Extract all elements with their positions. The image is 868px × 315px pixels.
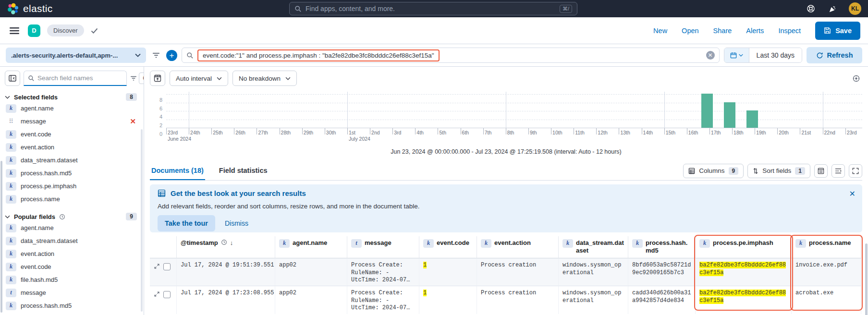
field-search-input[interactable] — [37, 74, 122, 82]
histogram-bar[interactable] — [701, 94, 713, 128]
menu-button[interactable] — [8, 25, 21, 36]
column-header-controls[interactable] — [150, 236, 177, 258]
column-header-event_action[interactable]: kevent.action — [477, 236, 559, 258]
histogram-bar[interactable] — [724, 102, 735, 128]
filter-menu-button[interactable] — [150, 50, 162, 61]
sidebar-field-item-event.action[interactable]: kevent.action — [5, 247, 141, 260]
grid-cell-data_stream_dataset[interactable]: windows.sysmon_operational — [559, 286, 628, 314]
column-header-process_pe_imphash[interactable]: kprocess.pe.imphash — [696, 236, 792, 258]
grid-cell-message_lines[interactable]: Process Create:RuleName: -UtcTime: 2024-… — [347, 286, 419, 314]
tab-field-statistics[interactable]: Field statistics — [218, 161, 269, 180]
alerts-link[interactable]: Alerts — [746, 27, 764, 35]
open-link[interactable]: Open — [682, 27, 698, 35]
column-header-event_code[interactable]: kevent.code — [419, 236, 477, 258]
breadcrumb[interactable]: Discover — [47, 24, 84, 36]
grid-cell-controls[interactable] — [150, 286, 177, 314]
column-header-process_hash_md5[interactable]: kprocess.hash.md5 — [628, 236, 696, 258]
expand-document-button[interactable] — [154, 263, 160, 269]
sidebar-field-item-file.hash.md5[interactable]: kfile.hash.md5 — [5, 273, 141, 286]
dismiss-button[interactable]: Dismiss — [225, 219, 248, 227]
sidebar-scrollbar[interactable] — [0, 161, 2, 313]
sidebar-section-header-popular[interactable]: Popular fields9 — [5, 212, 141, 221]
column-header-message_lines[interactable]: tmessage — [347, 236, 419, 258]
sidebar-field-item-event.code[interactable]: kevent.code — [5, 260, 141, 273]
global-search-input[interactable] — [306, 5, 556, 12]
elastic-home-link[interactable]: elastic — [7, 3, 53, 15]
date-quick-select-button[interactable] — [724, 48, 749, 62]
sidebar-field-item-process.pe.imphash[interactable]: kprocess.pe.imphash — [5, 180, 141, 193]
grid-cell-timestamp[interactable]: Jul 17, 2024 @ 19:51:39.551 — [177, 258, 275, 286]
sidebar-section-header-selected[interactable]: Selected fields8 — [5, 92, 141, 102]
histogram-plot[interactable] — [166, 92, 862, 128]
row-select-checkbox[interactable] — [163, 263, 171, 270]
display-options-button[interactable] — [814, 164, 828, 178]
grid-cell-agent_name[interactable]: app02 — [275, 286, 347, 314]
grid-cell-message_lines[interactable]: Process Create:RuleName: -UtcTime: 2024-… — [347, 258, 419, 286]
grid-cell-event_code[interactable]: 1 — [419, 286, 477, 314]
grid-cell-data_stream_dataset[interactable]: windows.sysmon_operational — [559, 258, 628, 286]
take-tour-button[interactable]: Take the tour — [158, 215, 215, 231]
grid-cell-process_name[interactable]: invoice.exe.pdf — [792, 258, 861, 286]
column-header-data_stream_dataset[interactable]: kdata_stream.dataset — [559, 236, 628, 258]
field-search-box[interactable] — [24, 71, 127, 86]
refresh-button[interactable]: Refresh — [807, 47, 862, 63]
grid-cell-event_action[interactable]: Process creation — [477, 286, 559, 314]
column-header-process_name[interactable]: kprocess.name — [792, 236, 861, 258]
sort-fields-button[interactable]: Sort fields 1 — [747, 164, 810, 178]
remove-field-icon[interactable]: ✕ — [130, 117, 136, 126]
sidebar-field-item-message[interactable]: tmessage — [5, 286, 141, 299]
data-view-picker[interactable]: .alerts-security.alerts-default,apm-... — [6, 48, 146, 63]
grid-cell-controls[interactable] — [150, 258, 177, 286]
row-height-button[interactable] — [831, 164, 845, 178]
grid-cell-process_hash_md5[interactable]: 8bfd6053a9c58721d9ec92009165b7c3 — [628, 258, 696, 286]
clear-query-button[interactable]: ✕ — [706, 51, 715, 60]
chart-options-button[interactable] — [850, 73, 862, 85]
sidebar-field-item-process.name[interactable]: kprocess.name — [5, 193, 141, 206]
inspect-link[interactable]: Inspect — [778, 27, 801, 35]
newsfeed-button[interactable] — [827, 2, 839, 15]
histogram-bar[interactable] — [746, 110, 758, 128]
sidebar-field-item-event.code[interactable]: kevent.code — [5, 128, 141, 141]
grid-cell-event_action[interactable]: Process creation — [477, 258, 559, 286]
breakdown-dropdown[interactable]: No breakdown — [232, 71, 297, 86]
sidebar-field-item-agent.name[interactable]: kagent.name — [5, 102, 141, 115]
column-header-agent_name[interactable]: kagent.name — [275, 236, 347, 258]
new-link[interactable]: New — [653, 27, 667, 35]
grid-cell-process_pe_imphash[interactable]: ba2fe82dbe3fc8bdddc26ef88c3ef15a — [696, 258, 792, 286]
column-header-timestamp[interactable]: @timestamp↓ — [177, 236, 275, 258]
sidebar-field-item-event.action[interactable]: kevent.action — [5, 141, 141, 154]
share-link[interactable]: Share — [713, 27, 732, 35]
time-range-button[interactable]: Last 30 days — [749, 48, 802, 62]
grid-cell-process_pe_imphash[interactable]: ba2fe82dbe3fc8bdddc26ef88c3ef15a — [696, 286, 792, 314]
collapse-sidebar-button[interactable] — [5, 71, 20, 86]
drag-handle-icon[interactable]: ⠿ — [6, 118, 16, 125]
sidebar-field-item-process.hash.md5[interactable]: kprocess.hash.md5 — [5, 299, 141, 312]
query-input[interactable]: event.code:"1" and process.pe.imphash : … — [182, 48, 720, 63]
sidebar-scrollbar-track[interactable] — [141, 129, 143, 312]
field-filter-icon[interactable] — [130, 75, 137, 81]
edit-visualization-button[interactable] — [150, 71, 165, 86]
expand-document-button[interactable] — [154, 291, 160, 297]
user-avatar[interactable]: KL — [849, 2, 861, 15]
grid-cell-event_code[interactable]: 1 — [419, 258, 477, 286]
global-search-bar[interactable]: ⌘/ — [289, 2, 577, 15]
sidebar-field-item-agent.name[interactable]: kagent.name — [5, 221, 141, 234]
grid-cell-process_hash_md5[interactable]: cadd340d626b00a31a9942857d4de834 — [628, 286, 696, 314]
interval-dropdown[interactable]: Auto interval — [170, 71, 228, 86]
field-filter-count[interactable]: 0 — [139, 73, 144, 84]
grid-cell-timestamp[interactable]: Jul 17, 2024 @ 17:23:08.955 — [177, 286, 275, 314]
row-select-checkbox[interactable] — [163, 291, 171, 298]
fullscreen-button[interactable] — [849, 164, 862, 178]
sort-desc-icon[interactable]: ↓ — [230, 239, 233, 247]
grid-scrollbar[interactable] — [865, 243, 868, 315]
add-filter-button[interactable]: + — [166, 50, 177, 61]
space-avatar[interactable]: D — [28, 24, 40, 37]
sidebar-field-item-process.hash.md5[interactable]: kprocess.hash.md5 — [5, 167, 141, 180]
sidebar-field-item-data_stream.dataset[interactable]: kdata_stream.dataset — [5, 154, 141, 167]
tab-documents[interactable]: Documents (18) — [150, 161, 205, 180]
sidebar-field-item-data_stream.dataset[interactable]: kdata_stream.dataset — [5, 234, 141, 247]
close-callout-button[interactable]: ✕ — [849, 189, 856, 198]
grid-cell-process_name[interactable]: acrobat.exe — [792, 286, 861, 314]
sidebar-field-item-message[interactable]: ⠿message✕ — [5, 115, 141, 128]
help-button[interactable] — [805, 2, 817, 15]
